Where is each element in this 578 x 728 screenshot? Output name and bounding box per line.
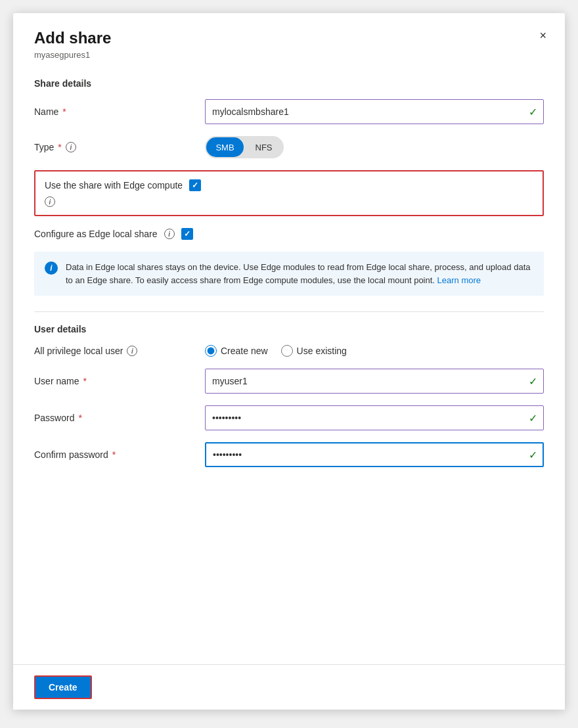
username-required: * bbox=[83, 376, 86, 386]
username-input-container: ✓ bbox=[205, 369, 544, 394]
share-details-section-title: Share details bbox=[34, 78, 544, 89]
username-label: User name * bbox=[34, 376, 205, 386]
name-row: Name * ✓ bbox=[34, 99, 544, 124]
name-required: * bbox=[62, 106, 66, 117]
edge-local-row: Configure as Edge local share i bbox=[34, 228, 544, 240]
use-existing-label: Use existing bbox=[297, 346, 347, 356]
password-check-icon: ✓ bbox=[529, 412, 537, 424]
nfs-toggle-button[interactable]: NFS bbox=[245, 137, 282, 157]
password-input[interactable] bbox=[205, 405, 544, 430]
type-toggle: SMB NFS bbox=[205, 136, 284, 158]
password-label: Password * bbox=[34, 413, 205, 423]
type-toggle-wrap: SMB NFS bbox=[205, 136, 544, 158]
privilege-label: All privilege local user i bbox=[34, 346, 205, 356]
confirm-password-row: Confirm password * ✓ bbox=[34, 442, 544, 467]
privilege-user-row: All privilege local user i Create new Us… bbox=[34, 345, 544, 357]
name-input[interactable] bbox=[205, 99, 544, 124]
edge-compute-info-icon[interactable]: i bbox=[45, 196, 55, 207]
edge-local-info-icon[interactable]: i bbox=[164, 229, 175, 239]
password-input-container: ✓ bbox=[205, 405, 544, 430]
edge-local-checkbox[interactable] bbox=[181, 228, 193, 240]
name-label: Name * bbox=[34, 106, 205, 117]
name-input-wrap: ✓ bbox=[205, 99, 544, 124]
use-existing-radio-label[interactable]: Use existing bbox=[281, 345, 347, 357]
create-new-label: Create new bbox=[221, 346, 268, 356]
username-input[interactable] bbox=[205, 369, 544, 394]
username-check-icon: ✓ bbox=[529, 375, 537, 388]
confirm-password-check-icon: ✓ bbox=[529, 449, 537, 461]
confirm-password-input-wrap: ✓ bbox=[205, 442, 544, 467]
username-input-wrap: ✓ bbox=[205, 369, 544, 394]
name-check-icon: ✓ bbox=[529, 106, 537, 118]
section-divider bbox=[34, 311, 544, 312]
info-box-text: Data in Edge local shares stays on the d… bbox=[66, 261, 533, 286]
password-required: * bbox=[78, 413, 81, 423]
name-input-container: ✓ bbox=[205, 99, 544, 124]
edge-local-label: Configure as Edge local share bbox=[34, 229, 158, 239]
edge-compute-row: Use the share with Edge compute bbox=[45, 179, 533, 191]
close-icon: × bbox=[539, 29, 546, 42]
privilege-radio-group: Create new Use existing bbox=[205, 345, 544, 357]
user-details-section-title: User details bbox=[34, 324, 544, 334]
password-row: Password * ✓ bbox=[34, 405, 544, 430]
confirm-password-required: * bbox=[112, 449, 116, 460]
edge-compute-label: Use the share with Edge compute bbox=[45, 180, 183, 191]
type-label: Type * i bbox=[34, 142, 205, 152]
dialog-title: Add share bbox=[34, 29, 544, 47]
confirm-password-input-container: ✓ bbox=[205, 442, 544, 467]
confirm-password-input[interactable] bbox=[205, 442, 544, 467]
type-row: Type * i SMB NFS bbox=[34, 136, 544, 158]
add-share-dialog: Add share myasegpures1 × Share details N… bbox=[13, 13, 565, 710]
confirm-password-label: Confirm password * bbox=[34, 449, 205, 460]
password-input-wrap: ✓ bbox=[205, 405, 544, 430]
dialog-subtitle: myasegpures1 bbox=[34, 50, 544, 60]
smb-toggle-button[interactable]: SMB bbox=[206, 137, 244, 157]
create-button[interactable]: Create bbox=[34, 675, 92, 699]
dialog-footer: Create bbox=[13, 664, 565, 710]
privilege-info-icon[interactable]: i bbox=[127, 346, 137, 356]
edge-local-info-box: i Data in Edge local shares stays on the… bbox=[34, 252, 544, 296]
edge-compute-box: Use the share with Edge compute i bbox=[34, 170, 544, 216]
create-new-radio[interactable] bbox=[205, 345, 217, 357]
edge-compute-checkbox[interactable] bbox=[189, 179, 201, 191]
type-required: * bbox=[58, 142, 61, 152]
username-row: User name * ✓ bbox=[34, 369, 544, 394]
learn-more-link[interactable]: Learn more bbox=[437, 275, 481, 285]
type-info-icon[interactable]: i bbox=[66, 142, 76, 152]
close-button[interactable]: × bbox=[534, 26, 552, 45]
use-existing-radio[interactable] bbox=[281, 345, 293, 357]
create-new-radio-label[interactable]: Create new bbox=[205, 345, 268, 357]
privilege-radio-wrap: Create new Use existing bbox=[205, 345, 544, 357]
info-box-icon: i bbox=[45, 262, 58, 275]
